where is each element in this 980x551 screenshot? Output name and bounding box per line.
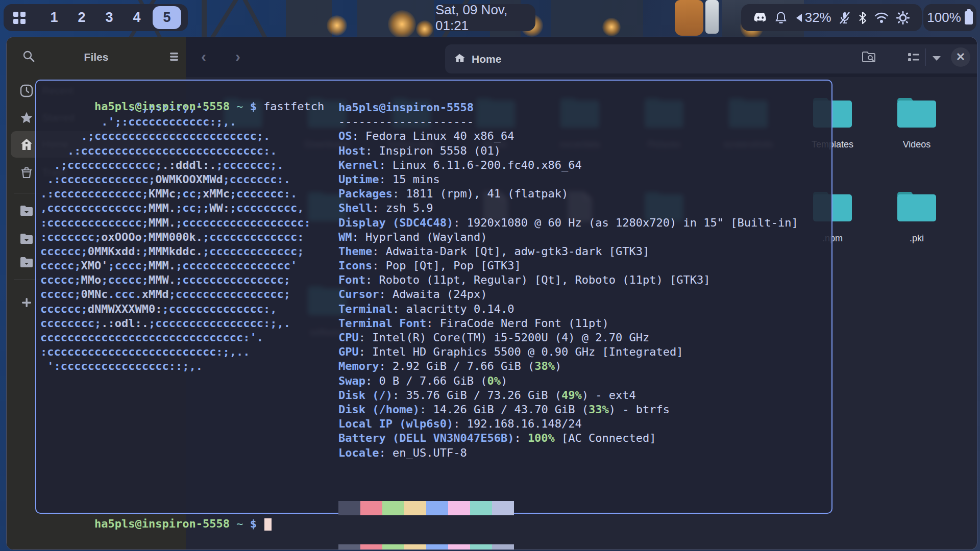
folder-item[interactable]: .pki [876, 189, 958, 244]
breadcrumb[interactable]: Home ⋮ [445, 44, 977, 73]
fastfetch-entry: GPU: Intel HD Graphics 5500 @ 0.90 GHz [… [338, 345, 798, 359]
fastfetch-info: ha5pls@inspiron-5558--------------------… [338, 101, 798, 460]
battery-percent: 100% [927, 10, 961, 26]
fastfetch-entry: Uptime: 15 mins [338, 172, 798, 187]
folder-item[interactable]: Videos [876, 95, 958, 150]
palette-swatch [360, 501, 382, 515]
bell-icon[interactable] [775, 11, 787, 24]
hamburger-menu-icon[interactable] [168, 51, 180, 65]
clock-label: Sat, 09 Nov, 01:21 [435, 2, 535, 34]
fastfetch-entry: CPU: Intel(R) Core(TM) i5-5200U (4) @ 2.… [338, 331, 798, 345]
fastfetch-entry: Cursor: Adwaita (24px) [338, 287, 798, 302]
palette-swatch [338, 501, 360, 515]
fastfetch-entry: Swap: 0 B / 7.66 GiB (0%) [338, 374, 798, 388]
palette-swatch [470, 544, 492, 550]
files-window: Files RecentStarredHomeTrash ‹ › Home ⋮ [6, 37, 977, 550]
palette-swatch [404, 501, 426, 515]
fastfetch-entry: Kernel: Linux 6.11.6-200.fc40.x86_64 [338, 158, 798, 172]
palette-swatch [338, 544, 360, 550]
palette-swatch [492, 501, 514, 515]
sidebar-title: Files [7, 51, 186, 63]
battery-icon [965, 11, 973, 24]
desktop: 12345 Sat, 09 Nov, 01:21 32% 100% [0, 0, 980, 551]
palette-swatch [448, 501, 470, 515]
palette-swatch [470, 501, 492, 515]
terminal-cursor [264, 518, 272, 531]
fastfetch-entry: Terminal Font: FiraCode Nerd Font (11pt) [338, 316, 798, 331]
discord-icon[interactable] [753, 12, 768, 23]
workspace-2[interactable]: 2 [68, 10, 95, 26]
divider [925, 48, 926, 66]
fastfetch-entry: Theme: Adwaita-Dark [Qt], adw-gtk3-dark … [338, 244, 798, 259]
home-icon [454, 53, 465, 66]
forward-button[interactable]: › [235, 48, 240, 65]
fastfetch-entry: Icons: Pop [Qt], Pop [GTK3] [338, 259, 798, 273]
wifi-icon[interactable] [874, 12, 889, 23]
list-view-icon[interactable] [907, 52, 920, 65]
gear-icon[interactable] [896, 11, 910, 24]
file-label: Videos [903, 139, 931, 150]
fastfetch-entry: Disk (/): 35.76 GiB / 73.26 GiB (49%) - … [338, 388, 798, 403]
folder-icon [896, 189, 938, 225]
system-tray: 32% [741, 4, 922, 31]
palette-swatch [492, 544, 514, 550]
palette-swatch [426, 501, 448, 515]
close-icon[interactable]: ✕ [951, 47, 970, 67]
folder-search-icon[interactable] [862, 51, 876, 65]
fastfetch-entry: Packages: 1811 (rpm), 41 (flatpak) [338, 187, 798, 201]
fastfetch-entry: Font: Roboto (11pt, Regular) [Qt], Robot… [338, 273, 798, 287]
palette-swatch [382, 501, 404, 515]
workspace-4[interactable]: 4 [123, 10, 151, 26]
workspace-5[interactable]: 5 [153, 6, 181, 29]
fastfetch-entry: Host: Inspiron 5558 (01) [338, 144, 798, 158]
terminal-window[interactable]: ha5pls@inspiron-5558 ~ $ fastfetch .',;:… [35, 80, 832, 514]
palette-swatch [382, 544, 404, 550]
clock[interactable]: Sat, 09 Nov, 01:21 [435, 4, 535, 31]
volume-indicator[interactable]: 32% [795, 10, 831, 26]
palette-swatch [360, 544, 382, 550]
chevron-down-icon[interactable] [930, 55, 943, 64]
fastfetch-entry: Locale: en_US.UTF-8 [338, 446, 798, 460]
terminal-prompt-line: ha5pls@inspiron-5558 ~ $ [40, 503, 272, 546]
fastfetch-entry: Terminal: alacritty 0.14.0 [338, 302, 798, 316]
fastfetch-entry: Memory: 2.92 GiB / 7.66 GiB (38%) [338, 359, 798, 373]
palette-swatch [426, 544, 448, 550]
fastfetch-entry: Display (SDC4C48): 980x551 @ 60 Hz (as… [338, 216, 798, 230]
terminal-color-palette [338, 472, 514, 550]
fastfetch-title: ha5pls@inspiron-5558 [338, 101, 798, 115]
folder-icon [896, 95, 938, 131]
fastfetch-entry: OS: Fedora Linux 40 x86_64 [338, 129, 798, 143]
fastfetch-entry: WM: Hyprland (Wayland) [338, 230, 798, 244]
palette-swatch [404, 544, 426, 550]
fastfetch-entry: Battery (DELL VN3N047E56B): 100% [AC Con… [338, 431, 798, 445]
topbar-workspaces: 12345 [4, 4, 188, 31]
fedora-ascii-logo: .',;::::;,'. .';:cccccccccccc:;,. .;cccc… [40, 101, 311, 374]
workspace-1[interactable]: 1 [40, 10, 68, 26]
volume-percent: 32% [805, 10, 831, 26]
fastfetch-entry: Shell: zsh 5.9 [338, 201, 798, 215]
file-label: .pki [910, 233, 924, 244]
files-headerbar: ‹ › Home ⋮ ✕ [186, 37, 977, 77]
palette-swatch [448, 544, 470, 550]
breadcrumb-label: Home [472, 53, 501, 65]
sidebar-header: Files [7, 37, 186, 77]
app-grid-icon[interactable] [13, 11, 26, 24]
workspace-3[interactable]: 3 [95, 10, 123, 26]
fastfetch-entry: Local IP (wlp6s0): 192.168.16.148/24 [338, 417, 798, 431]
battery-indicator[interactable]: 100% [923, 4, 976, 31]
bluetooth-icon[interactable] [858, 11, 867, 24]
back-button[interactable]: ‹ [201, 48, 206, 65]
wallpaper-shuttle [675, 0, 703, 36]
mic-muted-icon[interactable] [839, 11, 851, 24]
fastfetch-entry: Disk (/home): 14.26 GiB / 43.70 GiB (33%… [338, 403, 798, 417]
